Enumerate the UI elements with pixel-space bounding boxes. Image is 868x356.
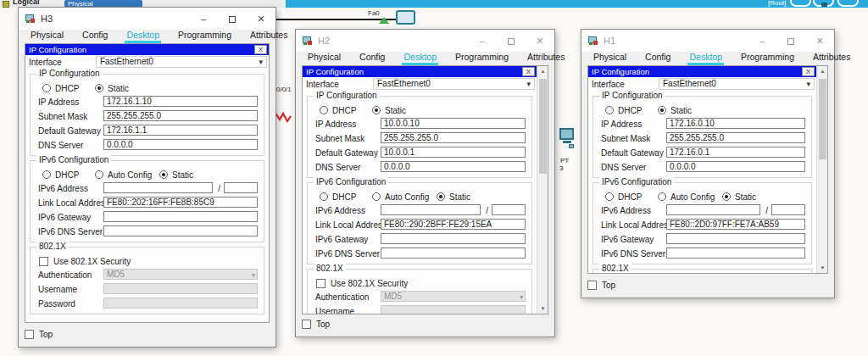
top-checkbox[interactable]: [302, 320, 311, 329]
dropdown-arrow-icon[interactable]: ▾: [806, 79, 810, 89]
dropdown-arrow-icon[interactable]: ▾: [526, 79, 531, 89]
dns-server-input[interactable]: 0.0.0.0: [381, 161, 526, 172]
ipv6-prefix-input[interactable]: [771, 204, 805, 215]
applet-close-button[interactable]: X: [802, 67, 815, 76]
app-icon: [588, 36, 598, 46]
ip-address-input[interactable]: 172.16.0.10: [666, 118, 805, 129]
window-titlebar[interactable]: H3 – ✕: [19, 8, 275, 30]
close-button[interactable]: ✕: [247, 8, 275, 30]
tab-attributes[interactable]: Attributes: [248, 30, 289, 43]
minimize-button[interactable]: –: [468, 30, 497, 52]
minimize-button[interactable]: –: [748, 30, 776, 52]
default-gateway-input[interactable]: 172.16.1.1: [103, 125, 258, 136]
dhcp-radio[interactable]: [42, 84, 51, 92]
top-checkbox[interactable]: [587, 281, 597, 290]
dns-server-input[interactable]: 0.0.0.0: [103, 139, 258, 150]
close-button[interactable]: ✕: [526, 30, 554, 52]
ipv6-gateway-input[interactable]: [666, 233, 805, 244]
logical-tab-fragment[interactable]: Logical: [13, 0, 40, 6]
ipv6-dns-input[interactable]: [103, 225, 258, 236]
tab-attributes[interactable]: Attributes: [811, 52, 852, 65]
subnet-mask-input[interactable]: 255.255.255.0: [381, 132, 526, 143]
interface-select[interactable]: FastEthernet0 ▾: [373, 78, 535, 90]
default-gateway-input[interactable]: 10.0.0.1: [381, 147, 526, 158]
ipv6-dns-input[interactable]: [666, 248, 805, 259]
applet-close-button[interactable]: X: [522, 67, 535, 76]
ipv6-gateway-input[interactable]: [103, 211, 258, 222]
use-dot1x-checkbox[interactable]: [316, 279, 326, 288]
tab-programming[interactable]: Programming: [453, 52, 510, 65]
maximize-button[interactable]: [218, 8, 247, 30]
ipv6-autoconfig-radio[interactable]: [658, 192, 666, 201]
ipv6-dhcp-radio[interactable]: [605, 192, 614, 201]
link-local-input[interactable]: FE80::202:16FF:FE8B:85C9: [103, 197, 258, 208]
top-checkbox[interactable]: [25, 330, 34, 339]
ipv6-dns-input[interactable]: [381, 248, 526, 259]
scrollbar-thumb[interactable]: [819, 79, 826, 159]
ipv6-address-input[interactable]: [381, 204, 481, 215]
window-titlebar[interactable]: H2 – ✕: [296, 30, 554, 52]
subnet-mask-input[interactable]: 255.255.255.0: [103, 110, 258, 121]
dns-server-input[interactable]: 0.0.0.0: [666, 161, 805, 172]
default-gateway-input[interactable]: 172.16.0.1: [666, 147, 805, 158]
tab-config[interactable]: Config: [81, 30, 109, 43]
tab-programming[interactable]: Programming: [739, 52, 796, 65]
tab-programming[interactable]: Programming: [176, 30, 233, 43]
close-button[interactable]: ✕: [805, 30, 834, 52]
static-radio[interactable]: [372, 106, 381, 114]
use-dot1x-checkbox[interactable]: [39, 257, 48, 266]
maximize-button[interactable]: [497, 30, 526, 52]
ipv6-prefix-input[interactable]: [492, 204, 526, 215]
scroll-up-icon[interactable]: ▲: [537, 66, 548, 76]
tab-attributes[interactable]: Attributes: [526, 52, 566, 65]
ipv6-static-radio[interactable]: [159, 170, 168, 179]
link-local-input[interactable]: FE80::2D0:97FF:FE7A:AB59: [666, 219, 805, 230]
ipv6-autoconfig-radio[interactable]: [372, 192, 381, 201]
tab-physical[interactable]: Physical: [29, 30, 65, 43]
static-radio[interactable]: [95, 84, 103, 92]
tab-desktop[interactable]: Desktop: [402, 52, 438, 65]
ip-address-input[interactable]: 10.0.0.10: [381, 118, 526, 129]
scrollbar-thumb[interactable]: [539, 79, 547, 174]
ipv6-static-radio[interactable]: [437, 192, 445, 201]
tab-physical[interactable]: Physical: [592, 52, 628, 65]
ipv6-address-input[interactable]: [666, 204, 760, 215]
toolbar-button[interactable]: [813, 0, 834, 7]
ipv6-autoconfig-radio[interactable]: [95, 170, 103, 179]
root-breadcrumb[interactable]: [Root]: [768, 0, 786, 7]
tab-config[interactable]: Config: [358, 52, 387, 65]
ipv6-gateway-input[interactable]: [381, 233, 526, 244]
ip-address-input[interactable]: 172.16.1.10: [103, 96, 258, 107]
ipv6-static-radio[interactable]: [722, 192, 731, 201]
ipv6-dhcp-radio[interactable]: [42, 170, 51, 179]
interface-select[interactable]: FastEthernet0 ▾: [96, 56, 267, 68]
window-titlebar[interactable]: H1 – ✕: [581, 30, 834, 52]
dropdown-arrow-icon[interactable]: ▾: [259, 57, 263, 67]
dot1x-group-label: 802.1X: [314, 264, 346, 273]
link-local-input[interactable]: FE80::290:2BFF:FE29:15EA: [381, 219, 526, 230]
interface-select[interactable]: FastEthernet0 ▾: [659, 78, 815, 90]
minimize-button[interactable]: –: [189, 8, 218, 30]
scroll-down-icon[interactable]: ▼: [537, 303, 548, 314]
network-device-icon[interactable]: [396, 10, 415, 25]
tab-config[interactable]: Config: [643, 52, 672, 65]
tab-desktop[interactable]: Desktop: [687, 52, 724, 65]
tab-physical[interactable]: Physical: [306, 52, 342, 65]
applet-close-button[interactable]: X: [254, 45, 267, 54]
dhcp-radio[interactable]: [605, 106, 614, 114]
vertical-scrollbar[interactable]: ▲ ▼: [816, 66, 827, 273]
tab-desktop[interactable]: Desktop: [125, 30, 161, 43]
ipv6-dhcp-radio[interactable]: [320, 192, 328, 201]
toolbar-button[interactable]: [837, 0, 859, 7]
scroll-up-icon[interactable]: ▲: [817, 66, 828, 76]
dhcp-radio[interactable]: [320, 106, 328, 114]
scroll-down-icon[interactable]: ▼: [817, 263, 828, 273]
ipv6-prefix-input[interactable]: [224, 182, 258, 193]
pc-device-icon[interactable]: [559, 128, 575, 152]
ipv6-address-input[interactable]: [103, 182, 213, 193]
maximize-button[interactable]: [776, 30, 805, 52]
static-radio[interactable]: [658, 106, 666, 114]
vertical-scrollbar[interactable]: ▲ ▼: [537, 66, 548, 314]
toolbar-button[interactable]: [790, 0, 811, 7]
subnet-mask-input[interactable]: 255.255.255.0: [666, 132, 805, 143]
